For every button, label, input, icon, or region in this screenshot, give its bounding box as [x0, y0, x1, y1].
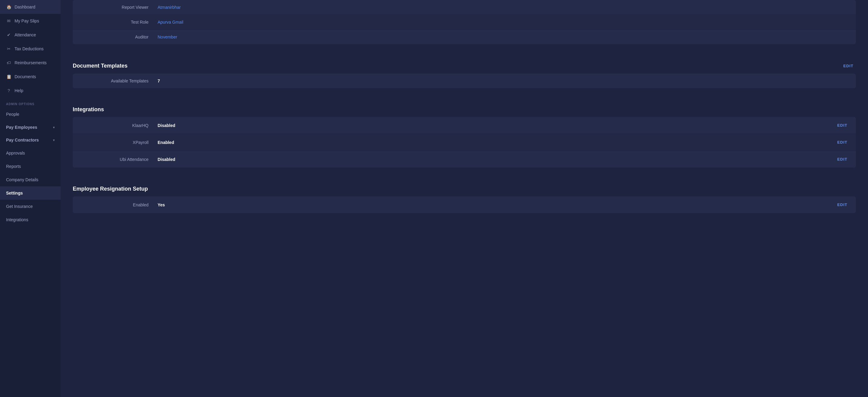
sidebar-label-integrations: Integrations	[6, 217, 28, 222]
sidebar-label-company-details: Company Details	[6, 177, 38, 182]
sidebar-label-documents: Documents	[14, 74, 36, 79]
sidebar-label-approvals: Approvals	[6, 151, 25, 155]
roles-section: Report Viewer Atmanirbhar Test Role Apur…	[73, 0, 856, 44]
document-templates-title: Document Templates	[73, 63, 128, 69]
row-label: Report Viewer	[79, 5, 158, 10]
roles-table: Report Viewer Atmanirbhar Test Role Apur…	[73, 0, 856, 44]
admin-section-label: ADMIN OPTIONS	[0, 98, 61, 108]
sidebar-label-tax-deductions: Tax Deductions	[14, 47, 44, 51]
sidebar-label-reports: Reports	[6, 164, 21, 169]
integrations-header: Integrations	[73, 100, 856, 117]
sidebar-label-pay-contractors: Pay Contractors	[6, 138, 39, 143]
row-value: Atmanirbhar	[158, 5, 850, 10]
table-row: KlaarHQ Disabled EDIT	[73, 117, 856, 134]
sidebar-item-tax-deductions[interactable]: ✂ Tax Deductions	[0, 42, 61, 56]
sidebar: 🏠 Dashboard ✉ My Pay Slips ✔ Attendance …	[0, 0, 61, 397]
table-row: Test Role Apurva Gmail	[73, 15, 856, 30]
sidebar-item-pay-employees[interactable]: Pay Employees ▾	[0, 121, 61, 134]
row-value: November	[158, 35, 850, 39]
integration-edit-button-1[interactable]: EDIT	[835, 139, 850, 146]
table-row: XPayroll Enabled EDIT	[73, 134, 856, 151]
document-templates-edit-button[interactable]: EDIT	[841, 62, 856, 69]
row-label: Ubi Attendance	[79, 157, 158, 162]
document-templates-table: Available Templates 7	[73, 74, 856, 88]
row-label: KlaarHQ	[79, 123, 158, 128]
integration-edit-button-0[interactable]: EDIT	[835, 122, 850, 129]
sidebar-item-pay-contractors[interactable]: Pay Contractors ▾	[0, 134, 61, 146]
row-value: 7	[158, 79, 850, 83]
attendance-icon: ✔	[6, 32, 11, 38]
sidebar-item-reimbursements[interactable]: 🏷 Reimbursements	[0, 56, 61, 70]
table-row: Report Viewer Atmanirbhar	[73, 0, 856, 15]
row-label: Enabled	[79, 203, 158, 207]
employee-resignation-header: Employee Resignation Setup	[73, 180, 856, 196]
sidebar-label-get-insurance: Get Insurance	[6, 204, 33, 209]
row-value: Disabled	[158, 123, 175, 128]
sidebar-label-attendance: Attendance	[14, 32, 36, 37]
table-row: Auditor November	[73, 30, 856, 44]
employee-resignation-table: Enabled Yes EDIT	[73, 196, 856, 213]
sidebar-label-people: People	[6, 112, 20, 117]
sidebar-item-attendance[interactable]: ✔ Attendance	[0, 28, 61, 42]
sidebar-item-get-insurance[interactable]: Get Insurance	[0, 200, 61, 213]
resignation-edit-button[interactable]: EDIT	[835, 201, 850, 208]
row-left: XPayroll Enabled	[79, 140, 174, 145]
sidebar-label-dashboard: Dashboard	[14, 4, 35, 9]
table-row: Ubi Attendance Disabled EDIT	[73, 151, 856, 167]
tax-deductions-icon: ✂	[6, 46, 11, 52]
row-label: XPayroll	[79, 140, 158, 145]
sidebar-item-company-details[interactable]: Company Details	[0, 173, 61, 186]
row-label: Available Templates	[79, 79, 158, 83]
document-templates-header: Document Templates EDIT	[73, 56, 856, 74]
row-value: Disabled	[158, 157, 175, 162]
row-left: KlaarHQ Disabled	[79, 123, 175, 128]
dashboard-icon: 🏠	[6, 4, 11, 10]
reimbursements-icon: 🏷	[6, 60, 11, 65]
row-value: Enabled	[158, 140, 174, 145]
chevron-down-icon: ▾	[53, 139, 55, 142]
sidebar-label-settings: Settings	[6, 191, 23, 195]
sidebar-label-help: Help	[14, 88, 23, 93]
employee-resignation-section: Employee Resignation Setup Enabled Yes E…	[73, 180, 856, 213]
row-left: Ubi Attendance Disabled	[79, 157, 175, 162]
help-icon: ?	[6, 88, 11, 93]
document-templates-section: Document Templates EDIT Available Templa…	[73, 56, 856, 88]
sidebar-item-integrations[interactable]: Integrations	[0, 213, 61, 226]
sidebar-item-people[interactable]: People	[0, 108, 61, 121]
sidebar-label-my-pay-slips: My Pay Slips	[14, 19, 39, 23]
integrations-section: Integrations KlaarHQ Disabled EDIT XPayr…	[73, 100, 856, 167]
documents-icon: 📋	[6, 74, 11, 80]
sidebar-item-my-pay-slips[interactable]: ✉ My Pay Slips	[0, 14, 61, 28]
sidebar-item-reports[interactable]: Reports	[0, 160, 61, 173]
sidebar-item-documents[interactable]: 📋 Documents	[0, 70, 61, 84]
table-row: Available Templates 7	[73, 74, 856, 88]
sidebar-label-pay-employees: Pay Employees	[6, 125, 37, 130]
row-label: Auditor	[79, 35, 158, 39]
sidebar-item-approvals[interactable]: Approvals	[0, 146, 61, 160]
my-pay-slips-icon: ✉	[6, 18, 11, 24]
row-value: Yes	[158, 203, 165, 207]
employee-resignation-title: Employee Resignation Setup	[73, 186, 148, 192]
integrations-table: KlaarHQ Disabled EDIT XPayroll Enabled E…	[73, 117, 856, 167]
row-left: Enabled Yes	[79, 203, 165, 207]
sidebar-label-reimbursements: Reimbursements	[14, 60, 47, 65]
sidebar-item-dashboard[interactable]: 🏠 Dashboard	[0, 0, 61, 14]
main-content: Report Viewer Atmanirbhar Test Role Apur…	[61, 0, 868, 397]
sidebar-item-settings[interactable]: Settings	[0, 186, 61, 200]
row-value: Apurva Gmail	[158, 20, 850, 25]
chevron-down-icon: ▾	[53, 126, 55, 129]
integrations-title: Integrations	[73, 106, 104, 113]
sidebar-item-help[interactable]: ? Help	[0, 84, 61, 98]
table-row: Enabled Yes EDIT	[73, 196, 856, 213]
integration-edit-button-2[interactable]: EDIT	[835, 156, 850, 163]
row-label: Test Role	[79, 20, 158, 25]
